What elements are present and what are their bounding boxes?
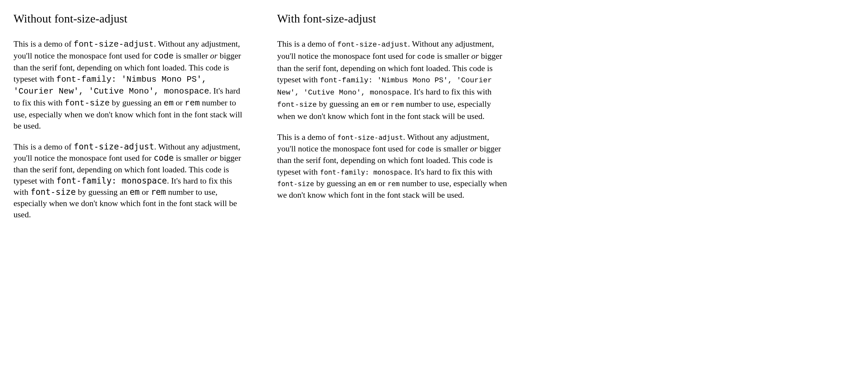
text: This is a demo of <box>13 142 73 151</box>
code-rem: rem <box>388 180 400 188</box>
code-code: code <box>417 145 434 153</box>
column-with-adjust: With font-size-adjust This is a demo of … <box>277 11 508 230</box>
text: or <box>174 98 185 107</box>
text: or <box>380 99 391 109</box>
text: is smaller <box>174 51 210 60</box>
text: is smaller <box>174 153 210 163</box>
code-code: code <box>417 53 435 61</box>
text: is smaller <box>435 52 471 61</box>
code-font-size-adjust: font-size-adjust <box>337 40 408 49</box>
code-em: em <box>129 187 140 197</box>
code-font-size: font-size <box>277 180 314 188</box>
text: by guessing an <box>76 187 130 197</box>
text: . It's hard to fix this with <box>410 167 492 177</box>
code-rem: rem <box>185 98 200 108</box>
code-code: code <box>154 153 174 163</box>
code-font-size: font-size <box>31 187 76 197</box>
para-1-left: This is a demo of font-size-adjust. With… <box>13 38 245 132</box>
code-rem: rem <box>391 101 404 109</box>
code-font-size-adjust: font-size-adjust <box>73 142 154 151</box>
code-rem: rem <box>151 187 166 197</box>
text: is smaller <box>434 144 470 153</box>
column-without-adjust: Without font-size-adjust This is a demo … <box>13 11 245 230</box>
text: . It's hard to fix this with <box>409 87 492 96</box>
code-code: code <box>154 52 174 61</box>
heading-with: With font-size-adjust <box>277 11 508 27</box>
em-or: or <box>470 144 477 153</box>
code-font-size-adjust: font-size-adjust <box>73 39 154 49</box>
code-em: em <box>368 180 376 188</box>
em-or: or <box>210 153 218 163</box>
text: This is a demo of <box>13 39 73 49</box>
code-font-size: font-size <box>65 98 110 108</box>
text: This is a demo of <box>277 132 337 142</box>
code-font-family-monospace: font-family: monospace <box>56 176 167 186</box>
para-1-right: This is a demo of font-size-adjust. With… <box>277 38 508 122</box>
text: or <box>376 179 388 188</box>
code-em: em <box>371 101 379 109</box>
text: by guessing an <box>317 99 371 109</box>
code-font-family-monospace: font-family: monospace <box>320 168 410 176</box>
two-column-layout: Without font-size-adjust This is a demo … <box>13 11 508 230</box>
heading-without: Without font-size-adjust <box>13 11 245 27</box>
code-em: em <box>164 98 174 108</box>
text: by guessing an <box>314 179 368 188</box>
text: This is a demo of <box>277 39 337 49</box>
em-or: or <box>471 52 479 61</box>
text: by guessing an <box>110 98 164 107</box>
code-font-size-adjust: font-size-adjust <box>337 133 403 141</box>
em-or: or <box>210 51 218 60</box>
code-font-size: font-size <box>277 101 317 109</box>
text: or <box>140 187 151 197</box>
para-2-left: This is a demo of font-size-adjust. With… <box>13 141 245 220</box>
para-2-right: This is a demo of font-size-adjust. With… <box>277 131 508 200</box>
